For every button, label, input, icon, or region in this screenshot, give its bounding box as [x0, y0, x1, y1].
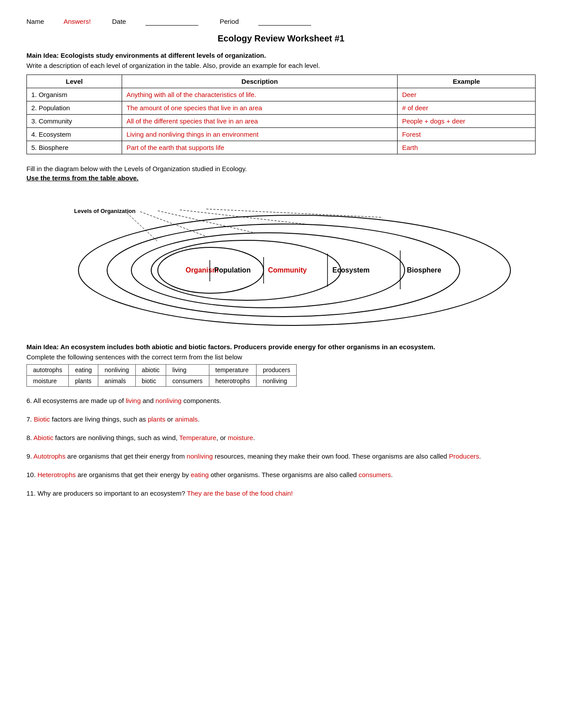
svg-line-6	[127, 213, 158, 242]
sentence-11: 11. Why are producers so important to an…	[26, 488, 536, 499]
table-row: 5. Biosphere Part of the earth that supp…	[27, 141, 536, 154]
svg-line-8	[158, 211, 255, 233]
wb-moisture: moisture	[27, 376, 69, 387]
svg-text:Organism: Organism	[186, 266, 219, 274]
answer-producers: Producers	[449, 452, 479, 460]
svg-line-10	[206, 209, 383, 217]
sentence-9: 9. Autotrophs are organisms that get the…	[26, 451, 536, 462]
answer-nonliving2: nonliving	[187, 452, 213, 460]
section2: Main Idea: An ecosystem includes both ab…	[26, 343, 536, 499]
svg-text:Community: Community	[268, 266, 307, 274]
diagram-instruction2: Use the terms from the table above.	[26, 174, 536, 182]
svg-text:Population: Population	[214, 266, 251, 274]
wb-biotic: biotic	[135, 376, 166, 387]
diagram-instruction: Fill in the diagram below with the Level…	[26, 165, 536, 172]
desc-organism: Anything with all of the characteristics…	[122, 88, 397, 101]
level-community: 3. Community	[27, 115, 122, 128]
desc-ecosystem: Living and nonliving things in an enviro…	[122, 128, 397, 141]
answer-autotrophs: Autotrophs	[33, 452, 66, 460]
desc-community: All of the different species that live i…	[122, 115, 397, 128]
oval-container: Levels of Organization Organism Populati…	[39, 189, 524, 330]
answer-heterotrophs: Heterotrophs	[37, 471, 76, 478]
wb-animals: animals	[98, 376, 135, 387]
wb-temperature: temperature	[209, 365, 257, 376]
wb-consumers: consumers	[166, 376, 209, 387]
answer-moisture: moisture	[228, 434, 253, 441]
svg-text:Ecosystem: Ecosystem	[332, 266, 370, 274]
diagram-svg: Levels of Organization Organism Populati…	[39, 189, 524, 330]
wb-producers: producers	[257, 365, 297, 376]
table-row: 2. Population The amount of one species …	[27, 101, 536, 115]
answer-temperature: Temperature	[179, 434, 216, 441]
word-bank-table: autotrophs eating nonliving abiotic livi…	[26, 364, 297, 387]
example-biosphere: Earth	[398, 141, 536, 154]
table-row: 3. Community All of the different specie…	[27, 115, 536, 128]
main-idea-1: Main Idea: Ecologists study environments…	[26, 52, 536, 59]
instruction-1: Write a description of each level of org…	[26, 62, 536, 69]
org-table: Level Description Example 1. Organism An…	[26, 75, 536, 154]
wb-living: living	[166, 365, 209, 376]
wb-nonliving: nonliving	[98, 365, 135, 376]
answer-living: living	[126, 397, 141, 404]
col-header-level: Level	[27, 75, 122, 88]
answer-nonliving: nonliving	[156, 397, 182, 404]
complete-instruction: Complete the following sentences with th…	[26, 353, 536, 361]
name-value: Answers!	[63, 18, 91, 26]
wb-heterotrophs: heterotrophs	[209, 376, 257, 387]
answer-biotic: Biotic	[34, 415, 50, 423]
col-header-description: Description	[122, 75, 397, 88]
level-organism: 1. Organism	[27, 88, 122, 101]
answer-abiotic: Abiotic	[33, 434, 53, 441]
answer-eating: eating	[191, 471, 209, 478]
date-field[interactable]	[145, 18, 198, 26]
svg-line-9	[180, 210, 312, 225]
answer-animals: animals	[175, 415, 198, 423]
svg-line-7	[140, 212, 206, 236]
example-ecosystem: Forest	[398, 128, 536, 141]
level-biosphere: 5. Biosphere	[27, 141, 122, 154]
sentence-8: 8. Abiotic factors are nonliving things,…	[26, 433, 536, 443]
answer-consumers: consumers	[359, 471, 391, 478]
level-ecosystem: 4. Ecosystem	[27, 128, 122, 141]
name-label: Name	[26, 18, 44, 26]
table-row: 1. Organism Anything with all of the cha…	[27, 88, 536, 101]
example-organism: Deer	[398, 88, 536, 101]
main-idea-2: Main Idea: An ecosystem includes both ab…	[26, 343, 536, 351]
word-bank-row2: moisture plants animals biotic consumers…	[27, 376, 297, 387]
page-title: Ecology Review Worksheet #1	[26, 34, 536, 44]
answer-food-chain: They are the base of the food chain!	[187, 489, 293, 497]
sentence-7: 7. Biotic factors are living things, suc…	[26, 414, 536, 425]
svg-text:Levels of Organization: Levels of Organization	[74, 208, 135, 214]
col-header-example: Example	[398, 75, 536, 88]
period-field[interactable]	[258, 18, 311, 26]
date-label: Date	[112, 18, 126, 26]
wb-abiotic: abiotic	[135, 365, 166, 376]
sentence-10: 10. Heterotrophs are organisms that get …	[26, 470, 536, 480]
wb-plants: plants	[69, 376, 98, 387]
table-row: 4. Ecosystem Living and nonliving things…	[27, 128, 536, 141]
wb-eating: eating	[69, 365, 98, 376]
desc-biosphere: Part of the earth that supports life	[122, 141, 397, 154]
section1: Main Idea: Ecologists study environments…	[26, 52, 536, 154]
wb-autotrophs: autotrophs	[27, 365, 69, 376]
level-population: 2. Population	[27, 101, 122, 115]
svg-text:Biosphere: Biosphere	[407, 266, 441, 274]
example-population: # of deer	[398, 101, 536, 115]
desc-population: The amount of one species that live in a…	[122, 101, 397, 115]
header: Name Answers! Date Period	[26, 18, 536, 26]
word-bank-row1: autotrophs eating nonliving abiotic livi…	[27, 365, 297, 376]
answer-plants: plants	[148, 415, 165, 423]
period-label: Period	[220, 18, 238, 26]
sentence-6: 6. All ecosystems are made up of living …	[26, 396, 536, 406]
wb-nonliving2: nonliving	[257, 376, 297, 387]
example-community: People + dogs + deer	[398, 115, 536, 128]
diagram-section: Fill in the diagram below with the Level…	[26, 165, 536, 330]
